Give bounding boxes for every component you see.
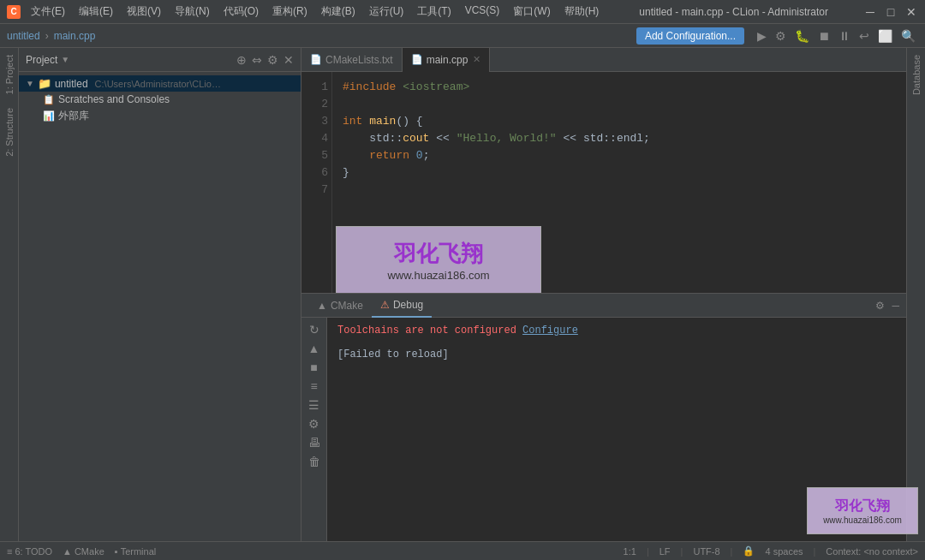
status-bar: ≡ 6: TODO ▲ CMake ▪ Terminal 1:1 | LF | … (0, 541, 925, 560)
toolbar-icon-1[interactable]: ⚙ (773, 27, 789, 45)
menu-run[interactable]: 运行(U) (364, 3, 409, 21)
toolbar-icon-6[interactable]: ⬜ (875, 27, 895, 45)
breadcrumb-bar: untitled › main.cpp Add Configuration...… (0, 24, 925, 48)
run-button[interactable]: ▶ (755, 27, 769, 45)
project-dropdown-icon[interactable]: ▼ (61, 55, 69, 64)
status-line-ending[interactable]: LF (659, 546, 671, 557)
titlebar: C 文件(E) 编辑(E) 视图(V) 导航(N) 代码(O) 重构(R) 构建… (0, 0, 925, 24)
project-scope-icon[interactable]: ⊕ (236, 53, 247, 67)
todo-label: 6: TODO (15, 546, 52, 557)
console-failed-text: [Failed to reload] (337, 349, 449, 360)
menu-window[interactable]: 窗口(W) (508, 3, 555, 21)
toolbar-icon-3[interactable]: ⏹ (815, 27, 832, 45)
project-collapse-icon[interactable]: ⇔ (252, 53, 262, 67)
menu-build[interactable]: 构建(B) (316, 3, 361, 21)
console-up-icon[interactable]: ▲ (308, 342, 320, 355)
cmake-bottom-icon: ▲ (63, 546, 72, 557)
breadcrumb-separator: › (45, 30, 49, 42)
toolbar-icon-2[interactable]: 🐛 (792, 27, 812, 45)
cmake-tab-icon: 📄 (310, 54, 322, 65)
window-title: untitled - main.cpp - CLion - Administra… (639, 6, 828, 18)
menu-nav[interactable]: 导航(N) (170, 3, 215, 21)
line-num-5: 5 (308, 147, 328, 164)
close-button[interactable]: ✕ (904, 5, 918, 19)
main-layout: 1: Project 2: Structure Project ▼ ⊕ ⇔ ⚙ … (0, 48, 925, 541)
menu-file[interactable]: 文件(E) (26, 3, 70, 21)
scratches-icon: 📋 (43, 94, 55, 105)
wm-br-text-cn: 羽化飞翔 (835, 497, 890, 515)
tab-cmake[interactable]: ▲ CMake (308, 294, 372, 318)
context-text: Context: <no context> (826, 546, 918, 557)
console-print-icon[interactable]: 🖶 (308, 436, 320, 450)
status-sep-3: | (731, 546, 733, 557)
tab-cmakelists[interactable]: 📄 CMakeLists.txt (301, 48, 403, 72)
menu-view[interactable]: 视图(V) (122, 3, 166, 21)
menu-refactor[interactable]: 重构(R) (267, 3, 313, 21)
breadcrumb-file[interactable]: main.cpp (54, 30, 96, 42)
toolbar-icons: ▶ ⚙ 🐛 ⏹ ⏸ ↩ ⬜ 🔍 (755, 27, 918, 45)
add-configuration-button[interactable]: Add Configuration... (636, 27, 744, 45)
sidebar-item-structure[interactable]: 2: Structure (3, 101, 16, 164)
code-line-4: std::cout << "Hello, World!" << std::end… (343, 130, 896, 147)
breadcrumb-project[interactable]: untitled (7, 30, 40, 42)
tab-maincpp[interactable]: 📄 main.cpp ✕ (403, 48, 491, 72)
code-line-7 (343, 182, 896, 199)
tab-debug[interactable]: ⚠ Debug (372, 294, 432, 318)
tree-item-scratches[interactable]: 📋 Scratches and Consoles (19, 92, 301, 107)
code-line-2 (343, 96, 896, 113)
tree-item-external-libs[interactable]: 📊 外部库 (19, 107, 301, 125)
tree-label-untitled: untitled (55, 78, 88, 90)
menu-tools[interactable]: 工具(T) (412, 3, 456, 21)
menu-vcs[interactable]: VCS(S) (460, 3, 505, 21)
console-delete-icon[interactable]: 🗑 (308, 455, 320, 468)
sidebar-item-database[interactable]: Database (910, 48, 923, 102)
todo-icon: ≡ (7, 546, 12, 557)
console-configure-link[interactable]: Configure (522, 325, 578, 337)
status-sep-4: | (814, 546, 816, 557)
console-wrap-icon[interactable]: ≡ (310, 379, 317, 393)
menu-edit[interactable]: 编辑(E) (74, 3, 118, 21)
console-settings-icon[interactable]: ⚙ (308, 417, 319, 431)
bottom-settings-icon[interactable]: ⚙ (875, 300, 885, 312)
cpp-tab-icon: 📄 (411, 54, 423, 65)
watermark-overlay: 羽化飞翔 www.huazai186.com (336, 226, 541, 293)
watermark-bottom-right: 羽化飞翔 www.huazai186.com (807, 487, 918, 534)
console-line-3: [Failed to reload] (337, 349, 896, 360)
maximize-button[interactable]: □ (884, 5, 898, 19)
toolbar-icon-4[interactable]: ⏸ (836, 27, 853, 45)
footer-tab-cmake-bottom[interactable]: ▲ CMake (63, 546, 104, 557)
tree-item-untitled[interactable]: ▼ 📁 untitled C:\Users\Administrator\CLio… (19, 75, 301, 92)
menu-code[interactable]: 代码(O) (218, 3, 264, 21)
status-position[interactable]: 1:1 (624, 546, 636, 557)
line-num-1: 1 (308, 79, 328, 96)
minimize-button[interactable]: ─ (863, 5, 877, 19)
project-panel: Project ▼ ⊕ ⇔ ⚙ ✕ ▼ 📁 untitled C:\Users\… (19, 48, 301, 541)
project-close-icon[interactable]: ✕ (283, 53, 294, 67)
footer-tab-todo[interactable]: ≡ 6: TODO (7, 546, 52, 557)
bottom-close-icon[interactable]: ─ (892, 300, 899, 312)
project-header-icons: ⊕ ⇔ ⚙ ✕ (236, 53, 294, 67)
tree-label-external-libs: 外部库 (58, 109, 89, 123)
status-indent[interactable]: 4 spaces (765, 546, 803, 557)
footer-tab-terminal[interactable]: ▪ Terminal (115, 546, 156, 557)
line-num-7: 7 (308, 182, 328, 199)
line-num-2: 2 (308, 96, 328, 113)
console-stop-icon[interactable]: ■ (310, 360, 317, 374)
status-encoding[interactable]: UTF-8 (693, 546, 719, 557)
search-icon[interactable]: 🔍 (898, 27, 918, 45)
status-lock[interactable]: 🔒 (743, 545, 755, 557)
cmake-tab-bottom-label: CMake (331, 300, 363, 312)
project-settings-icon[interactable]: ⚙ (267, 53, 278, 67)
line-num-3: 3 (308, 113, 328, 130)
sidebar-item-project[interactable]: 1: Project (3, 48, 16, 101)
toolbar-icon-5[interactable]: ↩ (856, 27, 872, 45)
code-line-1: #include <iostream> (343, 79, 896, 96)
menu-help[interactable]: 帮助(H) (559, 3, 605, 21)
console-list-icon[interactable]: ☰ (308, 398, 319, 412)
tree-label-scratches: Scratches and Consoles (58, 93, 170, 105)
wm-br-text-url: www.huazai186.com (823, 515, 902, 525)
tab-close-icon[interactable]: ✕ (473, 54, 480, 65)
right-sidebar: Database (906, 48, 925, 541)
console-reload-icon[interactable]: ↻ (309, 323, 319, 337)
project-panel-header: Project ▼ ⊕ ⇔ ⚙ ✕ (19, 48, 301, 72)
